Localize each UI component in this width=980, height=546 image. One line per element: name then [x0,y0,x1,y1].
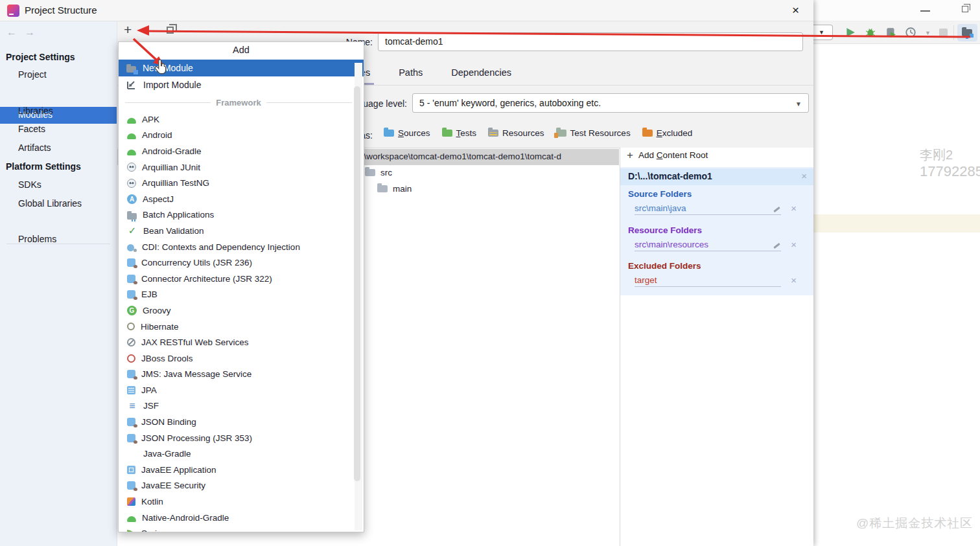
framework-item[interactable]: EJB [119,287,355,303]
close-icon[interactable]: × [792,3,799,17]
framework-item[interactable]: Kotlin [119,494,355,510]
framework-item[interactable]: Concurrency Utils (JSR 236) [119,255,355,271]
source-folder-item[interactable]: src\main\java × [635,203,799,216]
run-config-combo[interactable]: ▼ [813,25,833,40]
language-level-select[interactable]: 5 - 'enum' keyword, generics, autoboxing… [412,93,809,113]
framework-item[interactable]: Batch Applications [119,207,355,223]
framework-item[interactable]: Native-Android-Gradle [119,510,355,526]
menu-item-import-module[interactable]: Import Module [119,76,364,93]
edit-pencil-icon[interactable] [773,242,781,249]
sidebar-item-libraries[interactable]: Libraries [18,106,53,116]
tree-node-main[interactable]: > main [360,184,412,194]
mark-as-text: Excluded [657,128,693,138]
language-level-value: 5 - 'enum' keyword, generics, autoboxing… [419,98,601,108]
sidebar-item-artifacts[interactable]: Artifacts [18,142,51,153]
project-structure-icon [962,29,972,36]
popup-scrollbar[interactable] [355,63,362,530]
framework-item[interactable]: AspectJ [119,191,355,207]
remove-folder-icon[interactable]: × [791,240,797,249]
framework-item[interactable]: Bean Validation [119,223,355,239]
sidebar-item-global-libraries[interactable]: Global Libraries [18,198,82,209]
excluded-folder-item[interactable]: target × [635,275,799,288]
framework-item[interactable]: Android [119,128,355,144]
forward-icon[interactable]: → [25,27,35,38]
scrollbar-thumb[interactable] [354,86,360,481]
coverage-icon[interactable] [885,27,897,38]
framework-item[interactable]: CDI: Contexts and Dependency Injection [119,239,355,255]
copy-module-icon[interactable] [167,27,174,34]
framework-label: JPA [141,385,157,395]
framework-item[interactable]: JMS: Java Message Service [119,367,355,383]
groovy-icon [127,306,137,315]
framework-item[interactable]: JSON Binding [119,414,355,430]
framework-label: Arquillian TestNG [142,178,209,188]
framework-item[interactable]: Groovy [119,302,355,319]
framework-item[interactable]: JAX RESTful Web Services [119,334,355,350]
add-content-root-text: Add Content Root [638,150,708,160]
run-icon[interactable] [845,27,856,38]
framework-label: Kotlin [141,497,163,506]
mark-as-sources[interactable]: Sources [384,128,430,138]
ide-toolbar: ▼ ▼ [813,21,980,44]
sidebar-item-modules[interactable]: Modules [0,107,117,124]
framework-item[interactable]: APK [119,111,355,128]
chevron-down-icon: ▼ [819,29,824,36]
framework-item[interactable]: Java-Gradle [119,446,355,462]
framework-item[interactable]: Arquillian JUnit [119,159,355,176]
framework-item[interactable]: JSON Processing (JSR 353) [119,430,355,446]
framework-item[interactable]: Android-Gradle [119,143,355,159]
edit-pencil-icon[interactable] [773,206,781,212]
project-structure-button[interactable] [957,24,977,41]
restore-icon[interactable] [962,6,968,12]
sidebar-item-facets[interactable]: Facets [18,124,45,134]
framework-label: CDI: Contexts and Dependency Injection [142,242,300,252]
sidebar-item-sdks[interactable]: SDKs [18,179,41,190]
spring-icon [127,530,135,532]
framework-item[interactable]: JavaEE Application [119,462,355,478]
framework-item[interactable]: Arquillian TestNG [119,175,355,191]
mark-as-test-resources[interactable]: Test Resources [556,128,631,138]
sources-folder-icon [384,130,394,137]
framework-item[interactable]: JBoss Drools [119,350,355,367]
framework-item[interactable]: JavaEE Security [119,478,355,494]
framework-item[interactable]: JSF [119,398,355,415]
menu-item-new-module[interactable]: New Module [119,60,364,76]
mark-as-resources[interactable]: Resources [488,128,544,138]
sidebar-header-project-settings: Project Settings [6,52,75,62]
popup-title: Add [119,45,364,55]
sidebar-item-project[interactable]: Project [18,69,47,80]
mark-as-excluded[interactable]: Excluded [642,128,693,138]
framework-item[interactable]: Spring [119,525,355,532]
content-root-row[interactable]: D:\...\tomcat-demo1 × [620,168,813,185]
framework-item[interactable]: Connector Architecture (JSR 322) [119,271,355,287]
tests-folder-icon [442,130,452,137]
tree-node-src[interactable]: src [365,168,392,177]
framework-item[interactable]: Hibernate [119,319,355,335]
remove-folder-icon[interactable]: × [791,204,797,213]
tab-dependencies[interactable]: Dependencies [447,66,515,85]
folder-icon [377,185,388,192]
debug-icon[interactable] [865,27,876,38]
arquillian-icon [127,163,136,172]
json-binding-icon [127,418,135,426]
jms-icon [127,370,135,378]
framework-label: Arquillian JUnit [142,163,200,172]
add-content-root-button[interactable]: + Add Content Root [627,150,708,160]
resource-folder-item[interactable]: src\main\resources × [635,240,799,253]
source-folders-title: Source Folders [628,189,692,199]
minimize-icon[interactable] [920,10,930,12]
framework-label: Spring [141,529,167,532]
profiler-icon[interactable] [905,27,916,38]
framework-item[interactable]: JPA [119,382,355,398]
remove-folder-icon[interactable]: × [791,276,797,285]
mark-as-tests[interactable]: Tests [442,128,477,138]
framework-label: Hibernate [141,322,179,332]
chevron-down-icon[interactable]: ▼ [925,30,931,36]
module-name-input[interactable]: tomcat-demo1 [378,32,803,51]
sidebar-item-problems[interactable]: Problems [18,234,56,244]
framework-label: JavaEE Security [141,481,205,490]
remove-root-icon[interactable]: × [801,172,807,181]
add-button[interactable]: + [124,23,132,36]
back-icon[interactable]: ← [6,27,17,38]
tab-paths[interactable]: Paths [395,66,426,85]
